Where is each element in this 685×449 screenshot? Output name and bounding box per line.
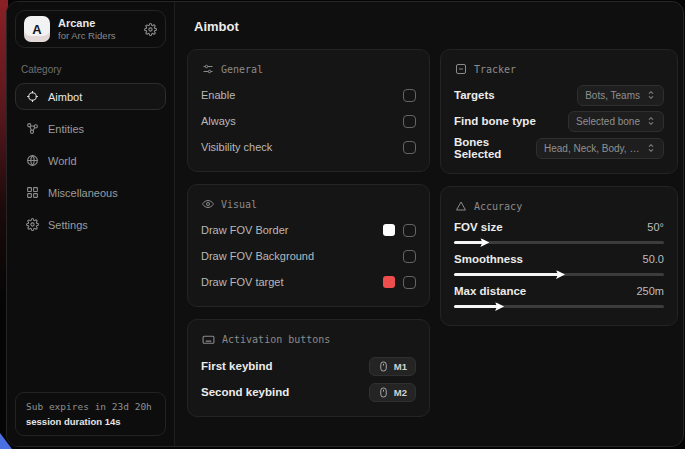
chevrons-up-down-icon — [646, 116, 656, 126]
keyboard-icon — [202, 333, 215, 346]
sidebar-item-settings[interactable]: Settings — [15, 211, 166, 238]
slider-thumb[interactable] — [495, 302, 504, 311]
setting-label: Draw FOV Border — [201, 224, 288, 236]
brand-title: Arcane — [58, 17, 136, 30]
sidebar-item-label: Entities — [48, 123, 84, 135]
setting-row-first-keybind: First keybind M1 — [201, 355, 416, 377]
dropdown-value: Selected bone — [576, 116, 640, 127]
app-window: A Arcane for Arc Riders Category Aimbot … — [6, 1, 684, 447]
fov-background-checkbox[interactable] — [403, 250, 416, 263]
targets-dropdown[interactable]: Bots, Teams — [577, 85, 664, 106]
brand-card: A Arcane for Arc Riders — [15, 10, 166, 48]
fov-size-slider-group: FOV size 50° — [454, 221, 664, 244]
page-title: Aimbot — [194, 19, 678, 34]
category-label: Category — [21, 64, 160, 75]
bones-selected-dropdown[interactable]: Head, Neck, Body, Fe.. — [536, 138, 664, 159]
keybind-value: M1 — [394, 361, 407, 372]
sidebar-item-world[interactable]: World — [15, 147, 166, 174]
subscription-info: Sub expires in 23d 20h session duration … — [15, 392, 166, 436]
sidebar-item-aimbot[interactable]: Aimbot — [15, 83, 166, 110]
sidebar-item-label: Miscellaneous — [48, 187, 118, 199]
setting-label: Second keybind — [201, 386, 289, 398]
sidebar-item-label: Aimbot — [48, 91, 82, 103]
panel-tracker: Tracker Targets Bots, Teams Find bone ty… — [440, 49, 678, 174]
smoothness-slider[interactable] — [454, 273, 664, 276]
panel-header-label: Activation buttons — [222, 334, 330, 345]
panel-header-label: Visual — [221, 199, 257, 210]
max-distance-slider-group: Max distance 250m — [454, 285, 664, 308]
mouse-icon — [378, 361, 389, 372]
scan-icon — [455, 63, 467, 75]
sidebar-item-miscellaneous[interactable]: Miscellaneous — [15, 179, 166, 206]
setting-label: Find bone type — [454, 115, 536, 127]
setting-row-enable: Enable — [201, 84, 416, 106]
sidebar-item-label: Settings — [48, 219, 88, 231]
first-keybind-button[interactable]: M1 — [369, 357, 416, 376]
slider-value: 50.0 — [643, 253, 664, 265]
panel-header-label: Tracker — [474, 64, 516, 75]
setting-label: Draw FOV Background — [201, 250, 314, 262]
slider-value: 250m — [636, 285, 664, 297]
panel-general: General Enable Always Visibility check — [187, 49, 430, 172]
panel-header-label: Accuracy — [474, 201, 522, 212]
fov-target-color-swatch[interactable] — [383, 276, 395, 288]
panel-accuracy: Accuracy FOV size 50° — [440, 186, 678, 326]
brand-logo: A — [24, 16, 50, 42]
setting-label: FOV size — [454, 221, 503, 233]
triangle-icon — [455, 200, 467, 212]
chevrons-up-down-icon — [646, 90, 656, 100]
setting-row-bones-selected: Bones Selected Head, Neck, Body, Fe.. — [454, 136, 664, 160]
setting-row-find-bone-type: Find bone type Selected bone — [454, 110, 664, 132]
setting-label: Draw FOV target — [201, 276, 284, 288]
fov-size-slider[interactable] — [454, 241, 664, 244]
setting-label: Enable — [201, 89, 235, 101]
globe-icon — [26, 154, 39, 167]
sidebar-item-entities[interactable]: Entities — [15, 115, 166, 142]
brand-subtitle: for Arc Riders — [58, 30, 136, 41]
misc-grid-icon — [26, 186, 39, 199]
setting-row-always: Always — [201, 110, 416, 132]
main-content: Aimbot General Enable — [175, 2, 684, 446]
setting-row-fov-target: Draw FOV target — [201, 271, 416, 293]
setting-label: Always — [201, 115, 236, 127]
enable-checkbox[interactable] — [403, 89, 416, 102]
dropdown-value: Head, Neck, Body, Fe.. — [544, 143, 640, 154]
setting-row-visibility-check: Visibility check — [201, 136, 416, 158]
setting-row-second-keybind: Second keybind M2 — [201, 381, 416, 403]
panel-activation-buttons: Activation buttons First keybind M1 Seco… — [187, 319, 430, 417]
sidebar-item-label: World — [48, 155, 77, 167]
smoothness-slider-group: Smoothness 50.0 — [454, 253, 664, 276]
sliders-icon — [202, 63, 214, 75]
panel-header-label: General — [221, 64, 263, 75]
find-bone-type-dropdown[interactable]: Selected bone — [568, 111, 664, 132]
sidebar: A Arcane for Arc Riders Category Aimbot … — [7, 2, 175, 446]
visibility-check-checkbox[interactable] — [403, 141, 416, 154]
crosshair-icon — [26, 90, 39, 103]
always-checkbox[interactable] — [403, 115, 416, 128]
fov-target-checkbox[interactable] — [403, 276, 416, 289]
setting-label: First keybind — [201, 360, 273, 372]
dropdown-value: Bots, Teams — [585, 90, 640, 101]
keybind-value: M2 — [394, 387, 407, 398]
slider-thumb[interactable] — [480, 238, 489, 247]
chevrons-up-down-icon — [646, 143, 656, 153]
second-keybind-button[interactable]: M2 — [369, 383, 416, 402]
max-distance-slider[interactable] — [454, 305, 664, 308]
setting-label: Smoothness — [454, 253, 523, 265]
brand-text: Arcane for Arc Riders — [58, 17, 136, 42]
setting-row-fov-border: Draw FOV Border — [201, 219, 416, 241]
setting-label: Targets — [454, 89, 495, 101]
setting-label: Max distance — [454, 285, 526, 297]
eye-icon — [202, 198, 214, 210]
setting-label: Bones Selected — [454, 136, 536, 160]
panel-visual: Visual Draw FOV Border Draw FOV Backgrou… — [187, 184, 430, 307]
fov-border-checkbox[interactable] — [403, 224, 416, 237]
sub-expiry-text: Sub expires in 23d 20h — [26, 401, 155, 412]
setting-row-targets: Targets Bots, Teams — [454, 84, 664, 106]
gear-icon[interactable] — [144, 23, 157, 36]
slider-value: 50° — [647, 221, 664, 233]
slider-thumb[interactable] — [556, 270, 565, 279]
session-duration-text: session duration 14s — [26, 416, 155, 427]
setting-row-fov-background: Draw FOV Background — [201, 245, 416, 267]
fov-border-color-swatch[interactable] — [383, 224, 395, 236]
